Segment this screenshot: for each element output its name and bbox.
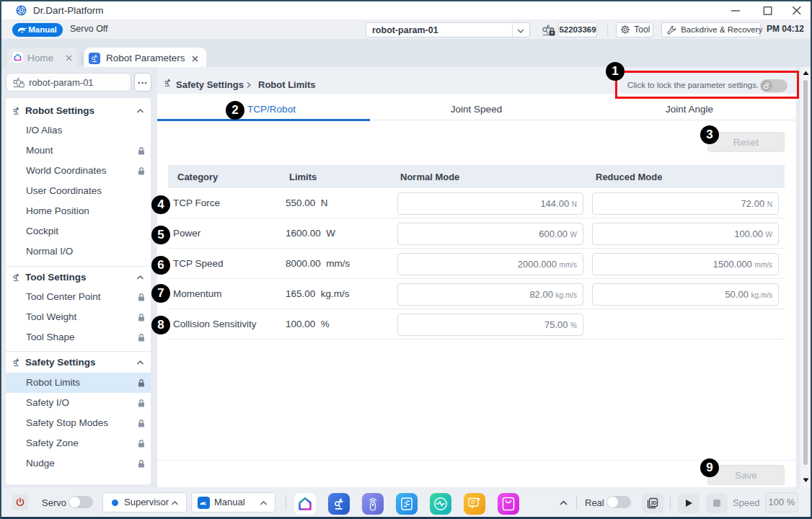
svg-text:3D: 3D — [650, 500, 657, 505]
